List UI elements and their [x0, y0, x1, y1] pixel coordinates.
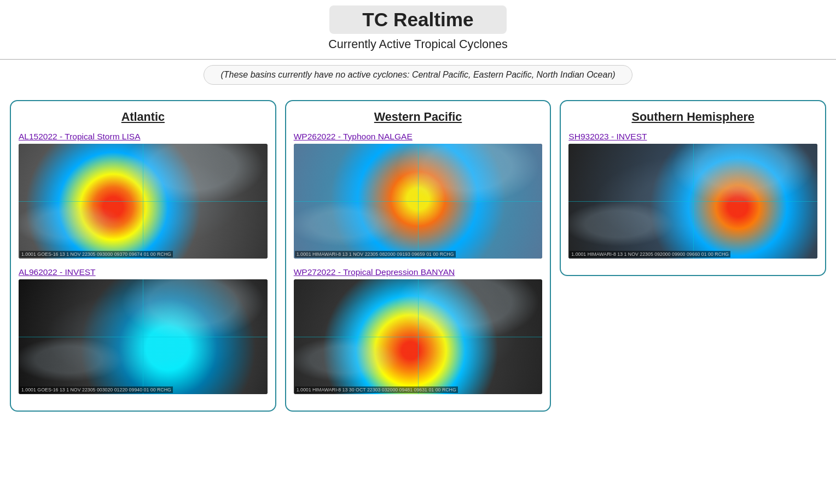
storm-block-sh932023: SH932023 - INVEST 1.0001 HIMAWARI-8 13 1…	[568, 132, 817, 259]
storm-image-sh932023: 1.0001 HIMAWARI-8 13 1 NOV 22305 092000 …	[568, 144, 817, 259]
storm-image-al152022: 1.0001 GOES-16 13 1 NOV 22305 093000 093…	[19, 144, 268, 259]
storm-link-sh932023[interactable]: SH932023 - INVEST	[568, 132, 817, 142]
cloud-overlay-wp262022	[294, 144, 543, 259]
basin-title-wpac: Western Pacific	[294, 110, 543, 124]
img-label-wp262022: 1.0001 HIMAWARI-8 13 1 NOV 22305 082000 …	[295, 251, 456, 257]
storm-link-wp272022[interactable]: WP272022 - Tropical Depression BANYAN	[294, 267, 543, 277]
cloud-overlay-al962022	[19, 279, 268, 394]
basin-panel-sh: Southern Hemisphere SH932023 - INVEST 1.…	[560, 100, 826, 276]
header-divider	[0, 59, 836, 60]
img-label-sh932023: 1.0001 HIMAWARI-8 13 1 NOV 22305 092000 …	[570, 251, 730, 257]
storm-image-wp262022: 1.0001 HIMAWARI-8 13 1 NOV 22305 082000 …	[294, 144, 543, 259]
basin-title-sh: Southern Hemisphere	[568, 110, 817, 124]
storm-block-al962022: AL962022 - INVEST 1.0001 GOES-16 13 1 NO…	[19, 267, 268, 394]
storm-link-wp262022[interactable]: WP262022 - Typhoon NALGAE	[294, 132, 543, 142]
crosshair-wp262022	[294, 144, 543, 259]
storm-img-inner-al962022: 1.0001 GOES-16 13 1 NOV 22305 003020 012…	[19, 279, 268, 394]
storm-image-wp272022: 1.0001 HIMAWARI-8 13 30 OCT 22303 032000…	[294, 279, 543, 394]
crosshair-wp272022	[294, 279, 543, 394]
basins-container: Atlantic AL152022 - Tropical Storm LISA …	[0, 100, 836, 421]
cloud-overlay-wp272022	[294, 279, 543, 394]
cloud-overlay-sh932023	[568, 144, 817, 259]
storm-img-inner-wp262022: 1.0001 HIMAWARI-8 13 1 NOV 22305 082000 …	[294, 144, 543, 259]
storm-block-al152022: AL152022 - Tropical Storm LISA 1.0001 GO…	[19, 132, 268, 259]
storm-link-al962022[interactable]: AL962022 - INVEST	[19, 267, 268, 277]
img-label-wp272022: 1.0001 HIMAWARI-8 13 30 OCT 22303 032000…	[295, 386, 458, 393]
page-subtitle: Currently Active Tropical Cyclones	[11, 37, 825, 51]
app-title: TC Realtime	[329, 5, 506, 34]
crosshair-sh932023	[568, 144, 817, 259]
storm-link-al152022[interactable]: AL152022 - Tropical Storm LISA	[19, 132, 268, 142]
crosshair-al152022	[19, 144, 268, 259]
page-header: TC Realtime Currently Active Tropical Cy…	[0, 0, 836, 92]
storm-block-wp272022: WP272022 - Tropical Depression BANYAN 1.…	[294, 267, 543, 394]
storm-image-al962022: 1.0001 GOES-16 13 1 NOV 22305 003020 012…	[19, 279, 268, 394]
img-label-al152022: 1.0001 GOES-16 13 1 NOV 22305 093000 093…	[20, 251, 173, 257]
storm-block-wp262022: WP262022 - Typhoon NALGAE 1.0001 HIMAWAR…	[294, 132, 543, 259]
storm-img-inner-wp272022: 1.0001 HIMAWARI-8 13 30 OCT 22303 032000…	[294, 279, 543, 394]
no-active-notice: (These basins currently have no active c…	[204, 65, 632, 85]
cloud-overlay-al152022	[19, 144, 268, 259]
basin-title-atlantic: Atlantic	[19, 110, 268, 124]
img-label-al962022: 1.0001 GOES-16 13 1 NOV 22305 003020 012…	[20, 386, 173, 393]
crosshair-al962022	[19, 279, 268, 394]
basin-panel-atlantic: Atlantic AL152022 - Tropical Storm LISA …	[10, 100, 276, 412]
basin-panel-wpac: Western Pacific WP262022 - Typhoon NALGA…	[285, 100, 551, 412]
storm-img-inner-al152022: 1.0001 GOES-16 13 1 NOV 22305 093000 093…	[19, 144, 268, 259]
storm-img-inner-sh932023: 1.0001 HIMAWARI-8 13 1 NOV 22305 092000 …	[568, 144, 817, 259]
